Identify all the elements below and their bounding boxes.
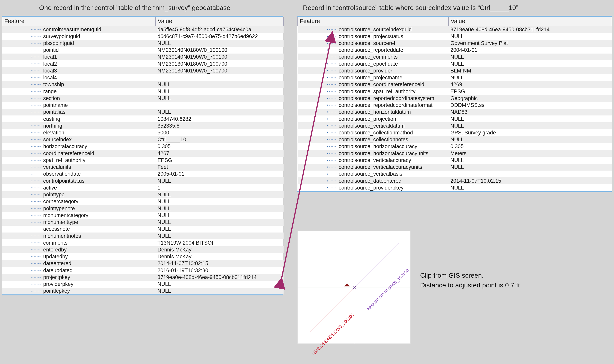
table-row[interactable]: pointaliasNULL xyxy=(2,109,284,116)
table-row[interactable]: controlsource_horizontaldatumNAD83 xyxy=(298,109,612,116)
col-value[interactable]: Value xyxy=(156,17,284,26)
tree-connector-icon xyxy=(34,112,41,112)
table-row[interactable]: controlsource_verticalbasis xyxy=(298,170,612,177)
table-row[interactable]: local4 xyxy=(2,74,284,81)
table-row[interactable]: local2NM230130N0180W0_100700 xyxy=(2,60,284,67)
tree-connector-icon xyxy=(329,153,336,154)
table-row[interactable]: controlsource_projectionNULL xyxy=(298,116,612,122)
table-row[interactable]: controlsource_verticalaccuracyunitsNULL xyxy=(298,164,612,170)
table-row[interactable]: pointtypeNULL xyxy=(2,191,284,198)
attr-key: updatedby xyxy=(2,253,156,260)
table-row[interactable]: pointname xyxy=(2,102,284,109)
tree-connector-icon xyxy=(34,139,41,140)
attr-key: controlsource_horizontalaccuracy xyxy=(298,143,448,150)
tree-connector-icon xyxy=(34,195,41,195)
table-row[interactable]: controlsource_projectstatusNULL xyxy=(298,33,612,40)
table-row[interactable]: pointidNM230140N0180W0_100100 xyxy=(2,47,284,53)
table-row[interactable]: controlsource_coordinatereferenceid4269 xyxy=(298,81,612,88)
table-row[interactable]: controlsource_collectionmethodGPS. Surve… xyxy=(298,129,612,136)
table-row[interactable]: spat_ref_authorityEPSG xyxy=(2,157,284,164)
tree-connector-icon xyxy=(34,167,41,167)
attr-key: controlsource_collectionmethod xyxy=(298,129,448,136)
table-row[interactable]: active1 xyxy=(2,184,284,191)
table-row[interactable]: controlsource_verticalaccuracyNULL xyxy=(298,157,612,164)
table-row[interactable]: updatedbyDennis McKay xyxy=(2,253,284,260)
attr-key: controlsource_sourceref xyxy=(298,40,448,47)
table-row[interactable]: controlsource_sourceindexguid3719ea0e-40… xyxy=(298,26,612,33)
table-row[interactable]: observationdate2005-01-01 xyxy=(2,170,284,177)
tree-connector-icon xyxy=(34,222,41,222)
table-row[interactable]: controlsource_providerpkeyNULL xyxy=(298,184,612,191)
table-row[interactable]: cornercategoryNULL xyxy=(2,198,284,205)
table-row[interactable]: coordinatereferenceid4267 xyxy=(2,150,284,157)
table-row[interactable]: controlsource_reportedcoordinatesystemGe… xyxy=(298,95,612,102)
table-row[interactable]: controlsource_providerBLM-NM xyxy=(298,67,612,74)
table-row[interactable]: accessnoteNULL xyxy=(2,226,284,233)
tree-node-icon xyxy=(31,201,32,202)
attr-key: pointname xyxy=(2,102,156,109)
tree-node-icon xyxy=(31,173,32,174)
table-row[interactable]: comments T13N19W 2004 BITSOI xyxy=(2,239,284,246)
table-row[interactable]: providerpkeyNULL xyxy=(2,281,284,288)
col-value[interactable]: Value xyxy=(448,17,612,26)
attr-value: NULL xyxy=(448,60,612,67)
table-row[interactable]: projectpkey3719ea0e-408d-46ea-9450-08cb3… xyxy=(2,274,284,281)
attr-key: horizontalaccuracy xyxy=(2,143,156,150)
table-row[interactable]: pointtypenoteNULL xyxy=(2,205,284,212)
table-row[interactable]: controlsource_dateentered2014-11-07T10:0… xyxy=(298,177,612,184)
attr-value: 2014-11-07T10:02:15 xyxy=(448,177,612,184)
table-row[interactable]: controlsource_projectnameNULL xyxy=(298,74,612,81)
table-row[interactable]: controlmeasurementguidda5ffe45-9df8-4df2… xyxy=(2,26,284,33)
caption-left: One record in the “control” table of the… xyxy=(39,4,230,12)
tree-node-icon xyxy=(31,50,32,51)
table-row[interactable]: northing352335.8 xyxy=(2,122,284,129)
table-row[interactable]: controlsource_collectionnotesNULL xyxy=(298,136,612,143)
col-feature[interactable]: Feature xyxy=(2,17,156,26)
attr-value xyxy=(448,170,612,177)
table-row[interactable]: horizontalaccuracy0.305 xyxy=(2,143,284,150)
table-row[interactable]: controlpointstatusNULL xyxy=(2,177,284,184)
table-row[interactable]: local1NM230140N0190W0_700100 xyxy=(2,53,284,60)
tree-node-icon xyxy=(31,263,32,264)
table-row[interactable]: plsspointguidNULL xyxy=(2,40,284,47)
attr-value: T13N19W 2004 BITSOI xyxy=(156,239,284,246)
table-row[interactable]: local3NM230130N0190W0_700700 xyxy=(2,67,284,74)
table-row[interactable]: verticalunitsFeet xyxy=(2,164,284,170)
table-row[interactable]: monumentcategoryNULL xyxy=(2,212,284,219)
table-row[interactable]: controlsource_horizontalaccuracy0.305 xyxy=(298,143,612,150)
tree-connector-icon xyxy=(34,50,41,50)
table-row[interactable]: monumenttypeNULL xyxy=(2,219,284,226)
table-row[interactable]: controlsource_spat_ref_authorityEPSG xyxy=(298,88,612,95)
table-row[interactable]: controlsource_horizontalaccuracyunitsMet… xyxy=(298,150,612,157)
table-row[interactable]: monumentnotesNULL xyxy=(2,233,284,239)
tree-node-icon xyxy=(31,132,32,133)
col-feature[interactable]: Feature xyxy=(298,17,448,26)
tree-node-icon xyxy=(327,173,328,174)
attr-key: coordinatereferenceid xyxy=(2,150,156,157)
table-row[interactable]: enteredbyDennis McKay xyxy=(2,246,284,253)
table-row[interactable]: controlsource_verticaldatumNULL xyxy=(298,122,612,129)
table-row[interactable]: controlsource_commentsNULL xyxy=(298,53,612,60)
table-row[interactable]: sourceindexCtrl_____10 xyxy=(2,136,284,143)
table-row[interactable]: sectionNULL xyxy=(2,95,284,102)
table-row[interactable]: dateupdated2016-01-19T16:32:30 xyxy=(2,267,284,274)
table-row[interactable]: easting1084740.6282 xyxy=(2,116,284,122)
attr-value: NULL xyxy=(156,191,284,198)
table-row[interactable]: controlsource_reportedcoordinateformatDD… xyxy=(298,102,612,109)
tree-node-icon xyxy=(31,125,32,126)
table-row[interactable]: controlsource_sourcerefGovernment Survey… xyxy=(298,40,612,47)
table-row[interactable]: pointfcpkeyNULL xyxy=(2,288,284,294)
table-row[interactable]: townshipNULL xyxy=(2,81,284,88)
table-row[interactable]: surveypointguidd6d6c871-c9a7-4500-8e75-d… xyxy=(2,33,284,40)
table-row[interactable]: dateentered2014-11-07T10:02:15 xyxy=(2,260,284,267)
attr-value: 4269 xyxy=(448,81,612,88)
table-row[interactable]: elevation5000 xyxy=(2,129,284,136)
control-table: Feature Value controlmeasurementguidda5f… xyxy=(2,17,284,294)
table-row[interactable]: controlsource_reporteddate2004-01-01 xyxy=(298,47,612,53)
attr-value: NM230140N0190W0_700100 xyxy=(156,53,284,60)
attr-key: controlsource_collectionnotes xyxy=(298,136,448,143)
table-row[interactable]: controlsource_epochdateNULL xyxy=(298,60,612,67)
attr-key: providerpkey xyxy=(2,281,156,288)
table-row[interactable]: rangeNULL xyxy=(2,88,284,95)
tree-connector-icon xyxy=(34,215,41,216)
